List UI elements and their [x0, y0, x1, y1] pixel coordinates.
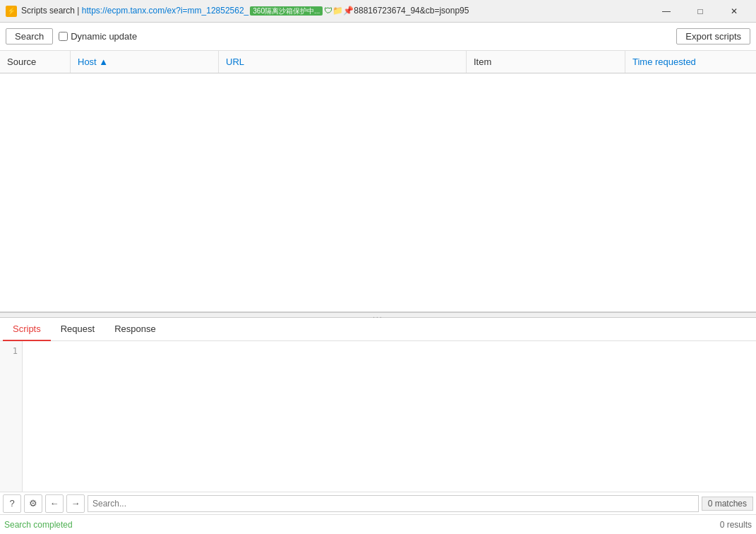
code-area: 1 [0, 341, 756, 492]
forward-button[interactable]: → [66, 494, 85, 513]
dynamic-update-checkbox[interactable] [59, 32, 68, 41]
file-icon: 📁 [332, 6, 343, 16]
maximize-button[interactable]: □ [684, 0, 716, 23]
settings-button[interactable]: ⚙ [24, 494, 42, 513]
results-count: 0 results [720, 520, 752, 530]
app-icon: ⚡ [6, 6, 17, 17]
status-completed: Search completed [4, 520, 73, 530]
close-button[interactable]: ✕ [718, 0, 750, 23]
tab-bar: Scripts Request Response [0, 318, 756, 341]
line-numbers: 1 [0, 341, 23, 492]
tab-request[interactable]: Request [51, 318, 104, 341]
search-button[interactable]: Search [6, 28, 53, 44]
table-header: Source Host ▲ URL Item Time requested [0, 51, 756, 73]
search-input[interactable] [88, 495, 699, 512]
pin-icon: 📌 [343, 6, 354, 16]
titlebar: ⚡ Scripts search | https://ecpm.tanx.com… [0, 0, 756, 23]
header-time[interactable]: Time requested [625, 51, 756, 73]
url-suffix: 88816723674_94&cb=jsonp95 [354, 6, 469, 16]
green-icon: 🛡 [324, 6, 332, 16]
sort-icon: ▲ [99, 57, 108, 67]
window-controls: — □ ✕ [650, 0, 750, 23]
search-bar: ? ⚙ ← → 0 matches [0, 492, 756, 514]
title-prefix: Scripts search | [21, 6, 82, 16]
title-url: https://ecpm.tanx.com/ex?i=mm_12852562_ [82, 6, 248, 16]
match-count: 0 matches [702, 497, 753, 511]
table-body [0, 73, 756, 312]
back-button[interactable]: ← [45, 494, 64, 513]
help-button[interactable]: ? [3, 494, 21, 513]
minimize-button[interactable]: — [650, 0, 683, 23]
header-url[interactable]: URL [219, 51, 467, 73]
bottom-panel: Scripts Request Response 1 ? ⚙ ← → 0 mat… [0, 318, 756, 534]
resize-handle[interactable]: ... [0, 312, 756, 318]
dynamic-update-label[interactable]: Dynamic update [59, 31, 137, 42]
line-number-1: 1 [4, 344, 18, 358]
header-host[interactable]: Host ▲ [71, 51, 219, 73]
code-content[interactable] [23, 341, 756, 492]
dynamic-update-text: Dynamic update [71, 31, 137, 42]
results-table: Source Host ▲ URL Item Time requested [0, 51, 756, 312]
tab-response[interactable]: Response [104, 318, 166, 341]
header-item[interactable]: Item [467, 51, 625, 73]
titlebar-text: Scripts search | https://ecpm.tanx.com/e… [21, 6, 650, 16]
export-button[interactable]: Export scripts [676, 28, 750, 44]
toolbar: Search Dynamic update Export scripts [0, 23, 756, 51]
tab-scripts[interactable]: Scripts [3, 318, 51, 341]
security-badge: 360隔离沙箱保护中... [250, 6, 323, 16]
header-source[interactable]: Source [0, 51, 71, 73]
status-row: Search completed 0 results [0, 514, 756, 534]
